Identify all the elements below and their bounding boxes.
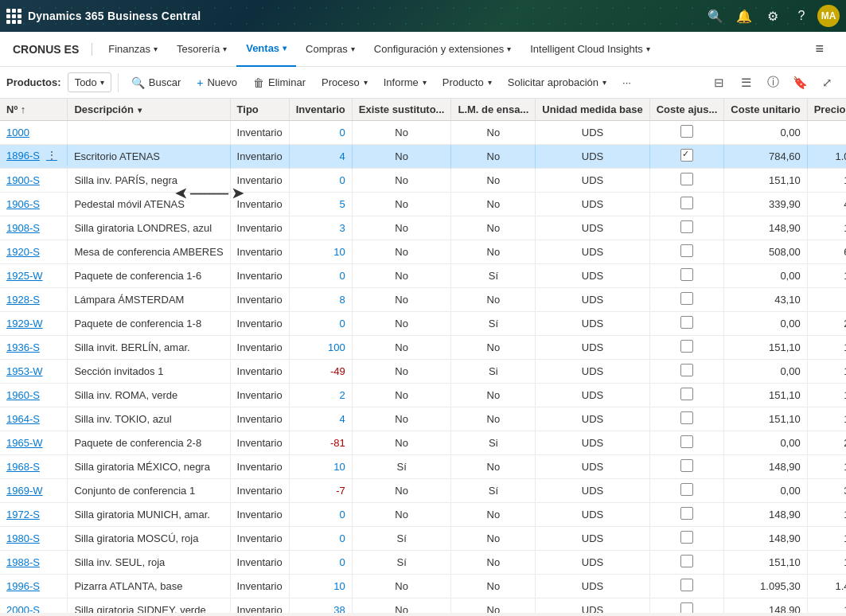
- cell-cost-adj: [649, 551, 724, 575]
- nav-item-config[interactable]: Configuración y extensiones ▾: [365, 32, 520, 67]
- search-icon: 🔍: [131, 76, 145, 89]
- col-unit-cost[interactable]: Coste unitario: [724, 99, 807, 121]
- more-button[interactable]: ···: [616, 73, 637, 92]
- row-context-menu-icon[interactable]: ⋮: [43, 149, 60, 162]
- expand-icon-button[interactable]: ⤢: [814, 70, 840, 96]
- nav-item-cloud-insights[interactable]: Intelligent Cloud Insights ▾: [520, 32, 660, 67]
- nav-item-compras[interactable]: Compras ▾: [296, 32, 365, 67]
- filter-icon-button[interactable]: ⊟: [706, 70, 731, 96]
- cell-bom: No: [451, 384, 536, 407]
- new-button[interactable]: + Nuevo: [190, 73, 244, 92]
- cell-no: 1928-S: [0, 288, 68, 312]
- table-row: 1900-SSilla inv. PARÍS, negraInventario0…: [0, 169, 846, 193]
- chevron-down-icon: ▾: [364, 78, 368, 87]
- col-cost-adj[interactable]: Coste ajus...: [649, 99, 724, 121]
- cell-desc: Mesa de conferencia AMBERES: [68, 240, 230, 264]
- cost-adj-checkbox: [680, 173, 693, 185]
- cell-no: 1925-W: [0, 264, 68, 288]
- cell-subst: No: [352, 431, 451, 455]
- nav-item-finanzas[interactable]: Finanzas ▾: [99, 32, 167, 67]
- search-icon-button[interactable]: 🔍: [703, 3, 728, 29]
- cell-sale-price: 1.005,80: [807, 145, 846, 169]
- cell-sale-price: 193,70: [807, 169, 846, 193]
- table-row: 1965-WPaquete de conferencia 2-8Inventar…: [0, 431, 846, 455]
- cell-sale-price: 235,00: [807, 431, 846, 455]
- cost-adj-checkbox: [680, 555, 693, 567]
- nav-item-tesoreria[interactable]: Tesorería ▾: [167, 32, 236, 67]
- list-view-icon-button[interactable]: ☰: [733, 70, 758, 96]
- cell-bom: No: [451, 503, 536, 527]
- cell-bom: Si: [451, 360, 536, 384]
- help-icon-button[interactable]: ?: [789, 3, 814, 29]
- cell-unit-cost: 148,90: [724, 455, 807, 479]
- col-desc[interactable]: Descripción ▾: [68, 99, 230, 121]
- col-bom[interactable]: L.M. de ensa...: [451, 99, 536, 121]
- process-button[interactable]: Proceso ▾: [315, 73, 374, 92]
- products-label: Productos:: [6, 76, 61, 88]
- cell-desc: Silla inv. PARÍS, negra: [68, 169, 230, 193]
- table-row: 2000-SSilla giratoria SIDNEY, verdeInven…: [0, 598, 846, 614]
- cell-inventory: 2: [289, 384, 352, 407]
- cell-type: Inventario: [230, 503, 289, 527]
- delete-button[interactable]: 🗑 Eliminar: [247, 73, 312, 92]
- cell-desc: Lámpara ÁMSTERDAM: [68, 288, 230, 312]
- chevron-down-icon: ▾: [100, 78, 104, 87]
- hamburger-menu-button[interactable]: ≡: [805, 32, 833, 67]
- table-row: 1988-SSilla inv. SEUL, rojaInventario0Sí…: [0, 551, 846, 575]
- table-row: 1908-SSilla giratoria LONDRES, azulInven…: [0, 216, 846, 240]
- col-inventory[interactable]: Inventario: [289, 99, 352, 121]
- col-unit[interactable]: Unidad medida base: [536, 99, 649, 121]
- cell-no: 1964-S: [0, 407, 68, 431]
- cell-no: 1906-S: [0, 193, 68, 216]
- top-bar: Dynamics 365 Business Central 🔍 🔔 ⚙ ? MA: [0, 0, 846, 32]
- col-sale-price[interactable]: Precio venta: [807, 99, 846, 121]
- filter-todo-button[interactable]: Todo ▾: [68, 72, 111, 92]
- avatar[interactable]: MA: [817, 5, 840, 27]
- approval-button[interactable]: Solicitar aprobación ▾: [501, 73, 613, 92]
- cell-cost-adj: [649, 216, 724, 240]
- report-button[interactable]: Informe ▾: [377, 73, 433, 92]
- search-button[interactable]: 🔍 Buscar: [125, 73, 187, 92]
- info-icon-button[interactable]: ⓘ: [760, 70, 786, 96]
- cell-subst: No: [352, 193, 451, 216]
- cell-subst: Sí: [352, 527, 451, 551]
- table-row: 1953-WSección invitados 1Inventario-49No…: [0, 360, 846, 384]
- plus-icon: +: [197, 76, 203, 89]
- product-button[interactable]: Producto ▾: [436, 73, 498, 92]
- settings-icon-button[interactable]: ⚙: [760, 3, 786, 29]
- table-row: 1925-WPaquete de conferencia 1-6Inventar…: [0, 264, 846, 288]
- cell-no: 1908-S: [0, 216, 68, 240]
- waffle-button[interactable]: [6, 9, 21, 24]
- cell-cost-adj: [649, 479, 724, 503]
- cell-no: 1920-S: [0, 240, 68, 264]
- cell-subst: No: [352, 336, 451, 360]
- col-subst[interactable]: Existe sustituto...: [352, 99, 451, 121]
- cell-desc: Silla inv. ROMA, verde: [68, 384, 230, 407]
- cell-bom: No: [451, 336, 536, 360]
- cell-no: 1980-S: [0, 527, 68, 551]
- cost-adj-checkbox: [680, 459, 693, 472]
- cell-sale-price: 435,80: [807, 193, 846, 216]
- col-type[interactable]: Tipo: [230, 99, 289, 121]
- col-no[interactable]: Nº ↑: [0, 99, 68, 121]
- nav-item-ventas[interactable]: Ventas ▾: [236, 32, 296, 67]
- cell-cost-adj: [649, 193, 724, 216]
- cell-desc: Pedestal móvil ATENAS: [68, 193, 230, 216]
- cell-unit: UDS: [536, 360, 649, 384]
- cell-subst: No: [352, 407, 451, 431]
- cost-adj-checkbox: [680, 507, 693, 520]
- cell-unit-cost: 148,90: [724, 216, 807, 240]
- bell-icon-button[interactable]: 🔔: [731, 3, 757, 29]
- cell-desc: Escritorio ATENAS: [68, 145, 230, 169]
- cell-type: Inventario: [230, 145, 289, 169]
- bookmark-icon-button[interactable]: 🔖: [787, 70, 813, 96]
- cell-subst: No: [352, 479, 451, 503]
- cost-adj-checkbox: [680, 268, 693, 281]
- cost-adj-checkbox: [680, 435, 693, 448]
- table-row: 1968-SSilla giratoria MÉXICO, negraInven…: [0, 455, 846, 479]
- cost-adj-checkbox: [680, 364, 693, 376]
- cell-sale-price: 191,00: [807, 598, 846, 614]
- toolbar: Productos: Todo ▾ 🔍 Buscar + Nuevo 🗑 Eli…: [0, 67, 846, 99]
- cell-cost-adj: [649, 336, 724, 360]
- cell-bom: No: [451, 145, 536, 169]
